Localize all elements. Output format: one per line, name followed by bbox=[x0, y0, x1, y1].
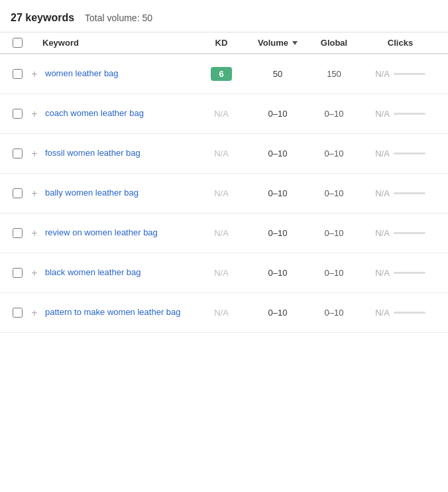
row-checkbox-container[interactable] bbox=[8, 228, 27, 238]
select-all-checkbox-container[interactable] bbox=[8, 38, 27, 48]
kd-value: N/A bbox=[195, 268, 248, 278]
keyword-link[interactable]: pattern to make women leather bag bbox=[45, 306, 195, 318]
col-header-volume[interactable]: Volume bbox=[248, 38, 308, 48]
keyword-link[interactable]: fossil women leather bag bbox=[45, 147, 195, 159]
kd-value: N/A bbox=[195, 149, 248, 158]
volume-value: 0–10 bbox=[248, 149, 308, 158]
table-row: + fossil women leather bag N/A 0–10 0–10… bbox=[0, 134, 448, 174]
col-header-clicks: Clicks bbox=[361, 38, 440, 48]
row-checkbox[interactable] bbox=[13, 109, 23, 119]
global-value: 0–10 bbox=[308, 308, 361, 318]
global-value: 0–10 bbox=[308, 228, 361, 238]
global-value: 0–10 bbox=[308, 149, 361, 158]
add-keyword-button[interactable]: + bbox=[27, 68, 42, 80]
clicks-text: N/A bbox=[375, 69, 390, 79]
col-header-global: Global bbox=[308, 38, 361, 48]
row-checkbox[interactable] bbox=[13, 228, 23, 238]
table-body: + women leather bag 6 50 150 N/A + coach… bbox=[0, 54, 448, 333]
keywords-table: Keyword KD Volume Global Clicks + women … bbox=[0, 32, 448, 333]
kd-na: N/A bbox=[214, 268, 229, 278]
clicks-bar bbox=[394, 232, 425, 234]
row-checkbox-container[interactable] bbox=[8, 149, 27, 158]
clicks-value: N/A bbox=[361, 109, 440, 119]
clicks-value: N/A bbox=[361, 149, 440, 158]
keyword-link[interactable]: bally women leather bag bbox=[45, 187, 195, 199]
kd-badge: 6 bbox=[211, 67, 232, 81]
clicks-value: N/A bbox=[361, 228, 440, 238]
row-checkbox-container[interactable] bbox=[8, 188, 27, 198]
keyword-link[interactable]: coach women leather bag bbox=[45, 107, 195, 119]
row-checkbox-container[interactable] bbox=[8, 268, 27, 278]
table-row: + review on women leather bag N/A 0–10 0… bbox=[0, 214, 448, 253]
clicks-bar bbox=[394, 312, 425, 314]
table-row: + women leather bag 6 50 150 N/A bbox=[0, 54, 448, 94]
table-row: + bally women leather bag N/A 0–10 0–10 … bbox=[0, 174, 448, 214]
clicks-text: N/A bbox=[375, 268, 390, 278]
clicks-text: N/A bbox=[375, 188, 390, 198]
kd-value: N/A bbox=[195, 109, 248, 119]
total-volume-value: 50 bbox=[142, 13, 152, 23]
clicks-bar bbox=[394, 192, 425, 194]
global-value: 0–10 bbox=[308, 268, 361, 278]
row-checkbox-container[interactable] bbox=[8, 308, 27, 318]
add-keyword-button[interactable]: + bbox=[27, 267, 42, 279]
clicks-bar bbox=[394, 153, 425, 154]
clicks-bar bbox=[394, 73, 425, 75]
global-value: 0–10 bbox=[308, 109, 361, 119]
volume-value: 0–10 bbox=[248, 228, 308, 238]
clicks-text: N/A bbox=[375, 228, 390, 238]
clicks-text: N/A bbox=[375, 149, 390, 158]
row-checkbox[interactable] bbox=[13, 149, 23, 158]
kd-value: N/A bbox=[195, 228, 248, 238]
clicks-bar bbox=[394, 113, 425, 115]
kd-value: N/A bbox=[195, 188, 248, 198]
clicks-value: N/A bbox=[361, 268, 440, 278]
keyword-link[interactable]: black women leather bag bbox=[45, 267, 195, 278]
clicks-text: N/A bbox=[375, 109, 390, 119]
global-value: 150 bbox=[308, 69, 361, 79]
kd-value: N/A bbox=[195, 308, 248, 318]
add-keyword-button[interactable]: + bbox=[27, 108, 42, 120]
clicks-bar bbox=[394, 272, 425, 274]
total-volume-label: Total volume: 50 bbox=[85, 13, 152, 23]
table-row: + pattern to make women leather bag N/A … bbox=[0, 293, 448, 333]
row-checkbox[interactable] bbox=[13, 188, 23, 198]
keyword-link[interactable]: review on women leather bag bbox=[45, 227, 195, 239]
global-value: 0–10 bbox=[308, 188, 361, 198]
row-checkbox-container[interactable] bbox=[8, 69, 27, 79]
volume-value: 0–10 bbox=[248, 109, 308, 119]
volume-value: 0–10 bbox=[248, 308, 308, 318]
kd-na: N/A bbox=[214, 149, 229, 158]
add-keyword-button[interactable]: + bbox=[27, 227, 42, 239]
table-header: 27 keywords Total volume: 50 bbox=[0, 0, 448, 32]
row-checkbox[interactable] bbox=[13, 308, 23, 318]
add-keyword-button[interactable]: + bbox=[27, 148, 42, 160]
row-checkbox-container[interactable] bbox=[8, 109, 27, 119]
kd-na: N/A bbox=[214, 308, 229, 318]
kd-value: 6 bbox=[195, 67, 248, 81]
col-header-kd: KD bbox=[195, 38, 248, 48]
keyword-link[interactable]: women leather bag bbox=[45, 68, 195, 80]
select-all-checkbox[interactable] bbox=[13, 38, 23, 48]
row-checkbox[interactable] bbox=[13, 268, 23, 278]
col-header-keyword: Keyword bbox=[27, 38, 195, 48]
clicks-value: N/A bbox=[361, 69, 440, 79]
kd-na: N/A bbox=[214, 228, 229, 238]
add-keyword-button[interactable]: + bbox=[27, 307, 42, 319]
add-keyword-button[interactable]: + bbox=[27, 188, 42, 200]
kd-na: N/A bbox=[214, 109, 229, 119]
clicks-value: N/A bbox=[361, 188, 440, 198]
table-row: + black women leather bag N/A 0–10 0–10 … bbox=[0, 253, 448, 293]
clicks-value: N/A bbox=[361, 308, 440, 318]
kd-na: N/A bbox=[214, 188, 229, 198]
column-headers: Keyword KD Volume Global Clicks bbox=[0, 32, 448, 54]
volume-value: 50 bbox=[248, 69, 308, 79]
table-row: + coach women leather bag N/A 0–10 0–10 … bbox=[0, 94, 448, 134]
keyword-count: 27 keywords bbox=[11, 12, 74, 24]
volume-value: 0–10 bbox=[248, 188, 308, 198]
clicks-text: N/A bbox=[375, 308, 390, 318]
row-checkbox[interactable] bbox=[13, 69, 23, 79]
volume-value: 0–10 bbox=[248, 268, 308, 278]
sort-arrow-icon bbox=[292, 41, 298, 45]
